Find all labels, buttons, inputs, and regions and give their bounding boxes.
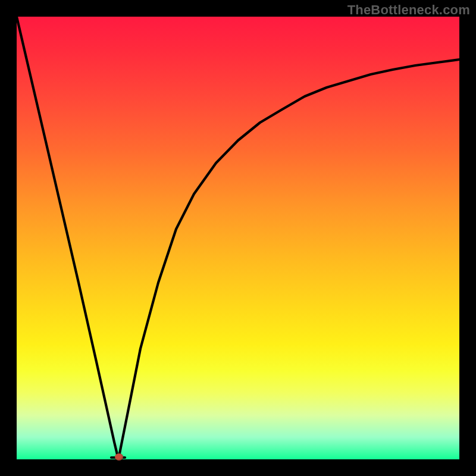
optimal-point-marker (115, 453, 123, 461)
bottleneck-curve (17, 17, 459, 459)
plot-area (17, 17, 459, 459)
watermark: TheBottleneck.com (347, 2, 470, 18)
curve-left-branch (17, 17, 118, 459)
outer-frame: TheBottleneck.com (0, 0, 476, 476)
curve-right-branch (118, 60, 459, 459)
